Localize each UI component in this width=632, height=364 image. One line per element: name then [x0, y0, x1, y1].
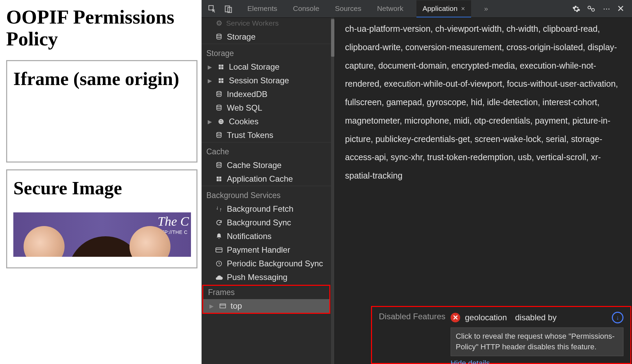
svg-point-17 — [220, 120, 221, 121]
svg-point-21 — [217, 132, 221, 134]
iframe-same-origin: Iframe (same origin) — [6, 60, 197, 163]
svg-point-3 — [588, 6, 591, 9]
disabled-features-box: Disabled Features ✕ geolocation disabled… — [371, 306, 631, 364]
page-title: OOPIF Permissions Policy — [6, 6, 202, 50]
svg-rect-24 — [219, 177, 221, 179]
frames-highlight-box: Frames ▶ top — [202, 285, 330, 314]
svg-rect-26 — [219, 179, 221, 181]
devtools-panel: Elements Console Sources Network Applica… — [202, 0, 632, 364]
image-banner-title: The C — [157, 214, 189, 229]
tab-elements[interactable]: Elements — [245, 0, 280, 17]
bell-icon — [215, 233, 223, 240]
error-icon: ✕ — [451, 313, 460, 322]
sidebar-scrollbar[interactable] — [331, 18, 334, 364]
sidebar-item-push[interactable]: Push Messaging — [202, 270, 331, 284]
svg-point-5 — [217, 34, 221, 36]
devtools-tabbar: Elements Console Sources Network Applica… — [202, 0, 632, 18]
svg-rect-7 — [221, 65, 223, 67]
sidebar-item-cache-storage[interactable]: Cache Storage — [202, 158, 331, 172]
svg-point-14 — [217, 92, 221, 93]
svg-point-19 — [221, 122, 222, 123]
svg-rect-27 — [216, 248, 222, 252]
sidebar-item-frame-top[interactable]: ▶ top — [203, 299, 329, 313]
credit-card-icon — [215, 246, 223, 254]
gear-icon[interactable] — [572, 5, 580, 13]
database-icon — [215, 162, 223, 169]
svg-rect-11 — [221, 78, 223, 80]
svg-rect-13 — [221, 81, 223, 83]
svg-point-15 — [217, 105, 221, 107]
session-storage-icon — [217, 77, 225, 84]
reveal-network-icon[interactable]: ↓ — [612, 312, 623, 323]
svg-rect-25 — [217, 179, 219, 181]
sidebar-item-cookies[interactable]: ▶Cookies — [202, 115, 331, 128]
database-icon — [215, 90, 223, 98]
svg-rect-12 — [219, 81, 221, 83]
cookie-icon — [217, 118, 225, 125]
device-toolbar-icon[interactable] — [221, 2, 236, 15]
svg-rect-10 — [219, 78, 221, 80]
page-content: OOPIF Permissions Policy Iframe (same or… — [0, 0, 202, 364]
application-sidebar: ⚙ Service Workers Storage Storage ▶Local… — [202, 18, 335, 364]
database-icon — [215, 131, 223, 139]
allowed-features-list: ch-ua-platform-version, ch-viewport-widt… — [345, 18, 622, 185]
sidebar-section-frames: Frames — [203, 286, 329, 299]
sidebar-section-cache: Cache — [202, 142, 331, 158]
clock-icon — [215, 260, 223, 267]
svg-point-16 — [219, 119, 224, 124]
sidebar-item-websql[interactable]: Web SQL — [202, 101, 331, 115]
frame-details: ch-ua-platform-version, ch-viewport-widt… — [335, 18, 632, 364]
activity-icon[interactable] — [587, 5, 596, 12]
transfer-icon — [215, 205, 223, 213]
reveal-tooltip: Click to reveal the request whose "Permi… — [451, 327, 623, 356]
sidebar-section-storage: Storage — [202, 44, 331, 60]
tab-network[interactable]: Network — [374, 0, 406, 17]
secure-image-heading: Secure Image — [13, 177, 190, 199]
sidebar-item-periodic-sync[interactable]: Periodic Background Sync — [202, 257, 331, 270]
inspect-element-icon[interactable] — [205, 2, 219, 15]
sidebar-item-storage-top[interactable]: Storage — [202, 30, 331, 44]
storage-icon — [215, 33, 223, 41]
tab-application[interactable]: Application — [416, 0, 471, 17]
svg-rect-8 — [219, 67, 221, 69]
disabled-feature-name: geolocation — [465, 313, 507, 322]
svg-rect-23 — [217, 177, 219, 179]
sidebar-item-bg-fetch[interactable]: Background Fetch — [202, 202, 331, 216]
more-tabs-icon[interactable]: » — [481, 0, 491, 17]
database-icon — [215, 104, 223, 112]
service-workers-icon: ⚙ — [215, 19, 223, 27]
sidebar-item-service-workers[interactable]: Service Workers — [226, 19, 279, 27]
sidebar-section-bg: Background Services — [202, 186, 331, 202]
hide-details-link[interactable]: Hide details — [451, 359, 623, 364]
frame-icon — [219, 302, 226, 310]
sidebar-item-bg-sync[interactable]: Background Sync — [202, 216, 331, 229]
sidebar-item-session-storage[interactable]: ▶Session Storage — [202, 74, 331, 87]
sidebar-item-indexeddb[interactable]: IndexedDB — [202, 87, 331, 101]
sidebar-item-application-cache[interactable]: Application Cache — [202, 172, 331, 186]
local-storage-icon — [217, 63, 225, 71]
grid-icon — [215, 175, 223, 183]
svg-rect-29 — [220, 304, 226, 308]
secure-image-frame: Secure Image The C HTTP://THE C — [6, 169, 197, 268]
sidebar-item-local-storage[interactable]: ▶Local Storage — [202, 60, 331, 74]
disabled-features-label: Disabled Features — [379, 312, 451, 358]
cloud-icon — [215, 274, 223, 281]
sync-icon — [215, 219, 223, 226]
disabled-feature-after: disabled by — [515, 313, 557, 322]
sidebar-item-trust-tokens[interactable]: Trust Tokens — [202, 128, 331, 142]
iframe-heading: Iframe (same origin) — [13, 68, 190, 89]
svg-rect-9 — [221, 67, 223, 69]
svg-rect-6 — [219, 65, 221, 67]
svg-point-18 — [221, 120, 222, 121]
sidebar-item-notifications[interactable]: Notifications — [202, 229, 331, 243]
tab-sources[interactable]: Sources — [332, 0, 364, 17]
svg-point-22 — [217, 163, 221, 164]
tab-console[interactable]: Console — [290, 0, 322, 17]
svg-point-20 — [220, 122, 220, 123]
embedded-image: The C HTTP://THE C — [13, 212, 191, 257]
close-icon[interactable]: ✕ — [617, 3, 624, 14]
kebab-icon[interactable]: ⋯ — [603, 5, 610, 13]
sidebar-item-label: Storage — [227, 32, 256, 42]
sidebar-item-payment-handler[interactable]: Payment Handler — [202, 243, 331, 257]
